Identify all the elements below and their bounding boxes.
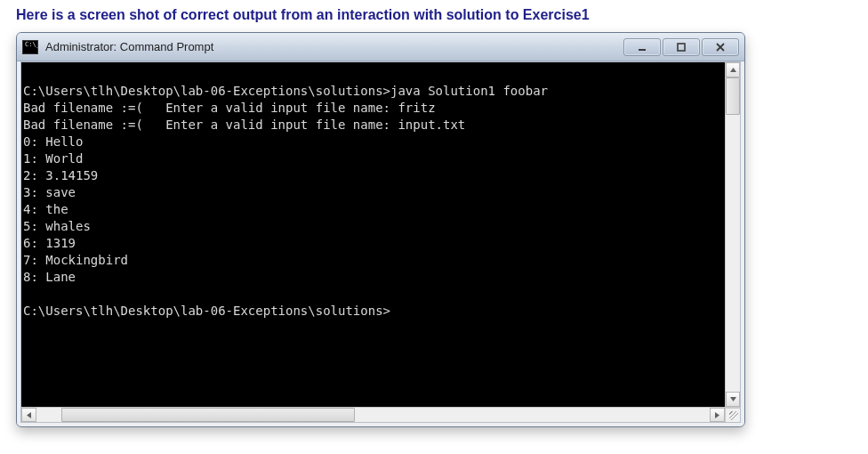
vertical-scroll-track[interactable] [726,77,740,392]
scroll-left-button[interactable] [21,408,36,422]
vertical-scrollbar[interactable] [725,62,740,407]
scroll-up-button[interactable] [726,62,740,77]
terminal-output: C:\Users\tlh\Desktop\lab-06-Exceptions\s… [21,62,740,321]
horizontal-scroll-thumb[interactable] [61,408,355,422]
svg-rect-0 [639,49,646,51]
horizontal-scroll-track[interactable] [36,408,710,422]
maximize-button[interactable] [663,38,700,56]
maximize-icon [676,42,687,53]
window-controls [622,38,739,56]
terminal-viewport[interactable]: C:\Users\tlh\Desktop\lab-06-Exceptions\s… [21,62,740,407]
window-titlebar[interactable]: Administrator: Command Prompt [17,33,744,61]
page-caption: Here is a screen shot of correct output … [0,0,868,28]
window-title: Administrator: Command Prompt [45,40,213,53]
chevron-up-icon [729,66,737,74]
chevron-down-icon [729,395,737,403]
svg-marker-3 [730,397,736,401]
minimize-button[interactable] [623,38,661,56]
svg-rect-1 [678,44,685,51]
scroll-down-button[interactable] [726,392,740,407]
horizontal-scrollbar[interactable] [21,407,740,422]
command-prompt-window: Administrator: Command Prompt C:\Users\t… [16,32,745,427]
window-client-frame: C:\Users\tlh\Desktop\lab-06-Exceptions\s… [17,61,744,426]
close-icon [715,42,726,53]
vertical-scroll-thumb[interactable] [726,77,740,115]
chevron-right-icon [713,411,721,419]
svg-marker-5 [715,412,719,418]
chevron-left-icon [25,411,33,419]
close-button[interactable] [702,38,739,56]
scroll-right-button[interactable] [710,408,725,422]
cmd-icon [22,40,38,54]
resize-grip[interactable] [725,408,740,422]
svg-marker-2 [730,68,736,72]
minimize-icon [637,42,647,53]
svg-marker-4 [27,412,31,418]
window-client-area: C:\Users\tlh\Desktop\lab-06-Exceptions\s… [20,61,741,423]
